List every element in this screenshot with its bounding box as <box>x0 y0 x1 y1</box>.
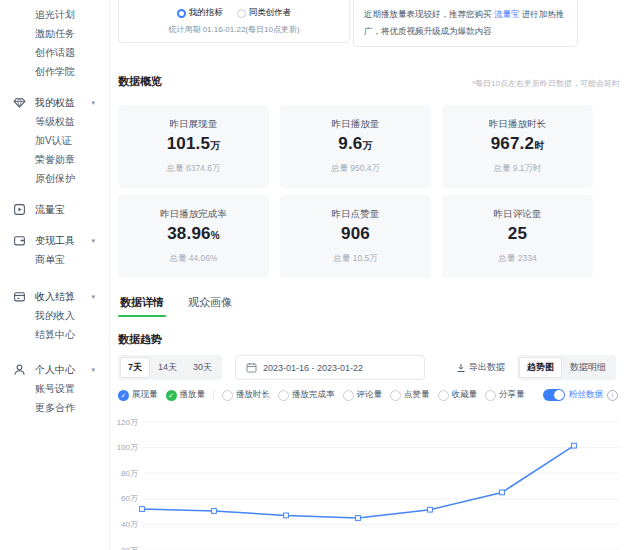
metric-label: 收藏量 <box>452 389 478 401</box>
stat-card: 昨日播放时长967.2时总量 9.1万时 <box>442 105 593 188</box>
date-range-picker[interactable]: 2023-01-16 - 2023-01-22 <box>235 355 425 380</box>
sidebar-item-label: 我的收入 <box>35 309 75 323</box>
stat-card: 昨日点赞量906总量 10.5万 <box>280 195 431 278</box>
sidebar-item[interactable]: 商单宝 <box>0 250 109 269</box>
sidebar-item-label: 创作学院 <box>35 65 75 79</box>
sidebar-item-label: 等级权益 <box>35 115 75 129</box>
fans-data-label: 粉丝数据 <box>569 389 603 401</box>
stat-card: 昨日播放量9.6万总量 950.4万 <box>280 105 431 188</box>
radio-unselected-icon <box>237 9 246 18</box>
tab-data-detail[interactable]: 数据详情 <box>118 295 166 317</box>
detail-tabs: 数据详情 观众画像 <box>118 295 234 317</box>
sidebar-item[interactable]: 创作学院 <box>0 62 109 81</box>
export-data-button[interactable]: 导出数据 <box>456 361 505 374</box>
stat-card-value: 967.2时 <box>491 134 545 154</box>
promo-card: 近期播放量表现较好，推荐您购买 流量宝 进行加热推广，将优质视频升级成为爆款内容 <box>353 0 578 47</box>
stat-card-unit: 万 <box>363 140 373 151</box>
stat-card-label: 昨日展现量 <box>170 118 218 131</box>
sidebar-item[interactable]: 个人中心▾ <box>0 360 109 379</box>
sidebar-item[interactable]: 我的收入 <box>0 306 109 325</box>
gem-icon <box>13 96 26 109</box>
trend-filter-row: 7天 14天 30天 2023-01-16 - 2023-01-22 <box>118 355 616 380</box>
traffic-booster-link[interactable]: 流量宝 <box>494 9 520 19</box>
main-content: 我的指标 同类创作者 统计周期 01.16-01.22(每日10点更新) 近期播… <box>110 0 626 550</box>
sidebar-item[interactable]: 等级权益 <box>0 112 109 131</box>
metric-checkbox[interactable]: 播放时长 <box>222 389 270 401</box>
trend-section-title: 数据趋势 <box>118 332 162 347</box>
trend-right-controls: 导出数据 趋势图 数据明细 <box>456 355 616 380</box>
stat-card-unit: 万 <box>210 140 220 151</box>
metric-checkbox[interactable]: 评论量 <box>343 389 383 401</box>
stat-card-label: 昨日评论量 <box>494 208 542 221</box>
metric-label: 播放量 <box>180 389 206 401</box>
metric-checkbox-row: ✓展现量✓播放量播放时长播放完成率评论量点赞量收藏量分享量粉丝数据i <box>118 389 618 401</box>
chevron-down-icon: ▾ <box>91 231 95 250</box>
data-point-marker[interactable] <box>356 516 361 521</box>
sidebar-item[interactable]: 原创保护 <box>0 169 109 188</box>
range-7d-button[interactable]: 7天 <box>120 357 150 378</box>
sidebar-item[interactable]: 更多合作 <box>0 398 109 417</box>
radio-my-metrics-label: 我的指标 <box>189 7 223 19</box>
tab-audience-portrait[interactable]: 观众画像 <box>186 295 234 317</box>
creator-analytics-dashboard: 追光计划激励任务创作话题创作学院我的权益▾等级权益加V认证荣誉勋章原创保护流量宝… <box>0 0 626 550</box>
trend-line-impressions <box>142 446 574 518</box>
data-point-marker[interactable] <box>140 507 145 512</box>
metric-label: 播放时长 <box>236 389 270 401</box>
metric-checkbox[interactable]: 分享量 <box>485 389 525 401</box>
sidebar-item-label: 我的权益 <box>35 96 75 110</box>
radio-similar-creators[interactable]: 同类创作者 <box>237 7 292 19</box>
sidebar-nav: 追光计划激励任务创作话题创作学院我的权益▾等级权益加V认证荣誉勋章原创保护流量宝… <box>0 5 109 417</box>
calendar-icon <box>246 362 257 373</box>
stat-card-unit: % <box>211 230 220 241</box>
range-14d-button[interactable]: 14天 <box>150 357 185 378</box>
metric-label: 点赞量 <box>404 389 430 401</box>
sidebar-item[interactable]: 结算中心 <box>0 325 109 344</box>
chevron-down-icon: ▾ <box>91 93 95 112</box>
sidebar-item[interactable]: 创作话题 <box>0 43 109 62</box>
stat-card-value: 101.5万 <box>167 134 221 154</box>
data-point-marker[interactable] <box>428 507 433 512</box>
stat-card-total: 总量 2334 <box>498 253 536 265</box>
sidebar-item-label: 流量宝 <box>35 203 65 217</box>
checked-circle-icon: ✓ <box>118 390 129 401</box>
sidebar-item-label: 原创保护 <box>35 172 75 186</box>
view-data-detail-button[interactable]: 数据明细 <box>562 357 614 378</box>
sidebar-item-label: 个人中心 <box>35 363 75 377</box>
metric-checkbox[interactable]: ✓展现量 <box>118 389 158 401</box>
wallet-icon <box>13 234 26 247</box>
data-point-marker[interactable] <box>572 443 577 448</box>
metric-scope-radios: 我的指标 同类创作者 <box>177 7 292 19</box>
stat-cards-grid: 昨日展现量101.5万总量 6374.6万昨日播放量9.6万总量 950.4万昨… <box>118 105 593 278</box>
radio-my-metrics[interactable]: 我的指标 <box>177 7 223 19</box>
sidebar-item[interactable]: 激励任务 <box>0 24 109 43</box>
sidebar-item-label: 变现工具 <box>35 234 75 248</box>
data-point-marker[interactable] <box>500 490 505 495</box>
metric-checkbox[interactable]: 点赞量 <box>390 389 430 401</box>
sidebar-item[interactable]: 流量宝 <box>0 200 109 219</box>
checked-circle-icon: ✓ <box>166 390 177 401</box>
sidebar-item[interactable]: 我的权益▾ <box>0 93 109 112</box>
stat-card-total: 总量 44.06% <box>169 253 217 265</box>
range-30d-button[interactable]: 30天 <box>185 357 220 378</box>
sidebar-item-label: 加V认证 <box>35 134 72 148</box>
fans-data-toggle-group: 粉丝数据i <box>543 389 618 401</box>
sidebar-item[interactable]: 账号设置 <box>0 379 109 398</box>
sidebar-item[interactable]: 收入结算▾ <box>0 287 109 306</box>
metric-checkbox[interactable]: 收藏量 <box>438 389 478 401</box>
data-point-marker[interactable] <box>212 509 217 514</box>
stat-card: 昨日展现量101.5万总量 6374.6万 <box>118 105 269 188</box>
sidebar-item[interactable]: 追光计划 <box>0 5 109 24</box>
data-point-marker[interactable] <box>284 513 289 518</box>
user-icon <box>13 363 26 376</box>
trend-line-chart[interactable]: 120万100万80万60万40万20万 <box>110 416 626 550</box>
sidebar-item[interactable]: 荣誉勋章 <box>0 150 109 169</box>
sidebar-item[interactable]: 加V认证 <box>0 131 109 150</box>
stat-card-total: 总量 9.1万时 <box>493 163 541 175</box>
view-trend-chart-button[interactable]: 趋势图 <box>519 357 562 378</box>
metric-checkbox[interactable]: ✓播放量 <box>166 389 206 401</box>
metric-checkbox[interactable]: 播放完成率 <box>278 389 335 401</box>
sidebar-item[interactable]: 变现工具▾ <box>0 231 109 250</box>
y-axis-tick-label: 40万 <box>121 520 138 529</box>
sidebar: 追光计划激励任务创作话题创作学院我的权益▾等级权益加V认证荣誉勋章原创保护流量宝… <box>0 0 110 550</box>
fans-data-toggle[interactable] <box>543 389 565 401</box>
